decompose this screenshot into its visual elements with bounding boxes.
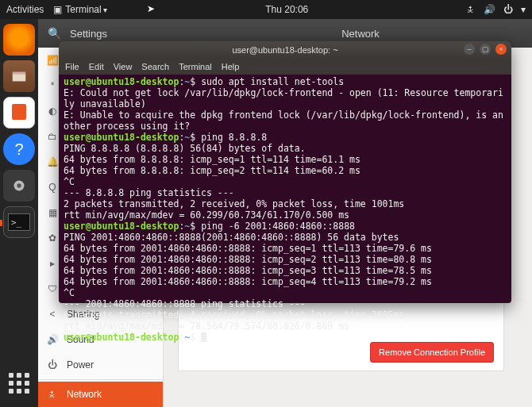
background-icon: ◐ <box>46 106 59 117</box>
sidebar-item-label: Power <box>67 359 94 371</box>
online-accounts-icon: ▸ <box>46 258 59 269</box>
network-icon: ⯢ <box>46 389 59 400</box>
terminal-menu-file[interactable]: File <box>65 62 79 71</box>
settings-panel-title: Network <box>189 28 532 40</box>
svg-point-3 <box>17 183 21 187</box>
svg-rect-0 <box>13 72 26 75</box>
dock-settings[interactable] <box>3 170 35 202</box>
region-language-icon: ▦ <box>46 207 59 218</box>
terminal-menu-terminal[interactable]: Terminal <box>179 62 212 71</box>
terminal-menu-search[interactable]: Search <box>141 62 169 71</box>
gnome-topbar: Activities ▣Terminal Thu 20:06 ⯢ 🔊 ⏻ ▾ <box>0 0 532 19</box>
svg-rect-1 <box>13 74 26 81</box>
settings-search-button[interactable]: 🔍 <box>38 27 70 40</box>
terminal-titlebar[interactable]: user@ubuntu18-desktop: ~ – ▢ × <box>59 41 511 59</box>
terminal-menu-view[interactable]: View <box>114 62 133 71</box>
terminal-menubar: FileEditViewSearchTerminalHelp <box>59 59 511 75</box>
window-maximize-button[interactable]: ▢ <box>480 44 491 55</box>
launcher-dock: ? >_ <box>0 19 38 407</box>
app-menu-terminal[interactable]: ▣Terminal <box>53 4 107 15</box>
settings-title: Settings <box>70 28 189 40</box>
clock[interactable]: Thu 20:06 <box>107 4 466 15</box>
search-icon: Q <box>46 182 59 193</box>
window-close-button[interactable]: × <box>495 44 507 55</box>
system-menu-chevron-icon[interactable]: ▾ <box>521 4 526 15</box>
power-icon: ⏻ <box>46 359 59 371</box>
sidebar-item-label: Network <box>67 389 102 400</box>
terminal-title-text: user@ubuntu18-desktop: ~ <box>232 45 337 55</box>
terminal-menu-edit[interactable]: Edit <box>89 62 104 71</box>
volume-icon[interactable]: 🔊 <box>484 4 495 15</box>
dock-firefox[interactable] <box>3 24 35 56</box>
terminal-window[interactable]: user@ubuntu18-desktop: ~ – ▢ × FileEditV… <box>59 41 511 303</box>
terminal-output[interactable]: user@ubuntu18-desktop:~$ sudo apt instal… <box>59 75 511 346</box>
window-minimize-button[interactable]: – <box>464 44 475 55</box>
universal-access-icon: ✿ <box>46 232 59 244</box>
terminal-menu-help[interactable]: Help <box>222 62 240 71</box>
sound-icon: 🔊 <box>46 334 59 345</box>
dock-help[interactable]: ? <box>3 133 35 165</box>
sidebar-item-network[interactable]: ⯢Network <box>38 382 163 407</box>
dock-icon: 🗀 <box>46 131 59 142</box>
sidebar-item-power[interactable]: ⏻Power <box>38 352 163 378</box>
dock-software[interactable] <box>3 97 35 129</box>
privacy-icon: 🛡 <box>46 283 59 294</box>
dock-terminal[interactable]: >_ <box>3 206 35 238</box>
sharing-icon: < <box>46 309 59 320</box>
notifications-icon: 🔔 <box>46 156 59 167</box>
activities-button[interactable]: Activities <box>6 4 44 15</box>
bluetooth-icon: * <box>46 80 59 91</box>
dock-files[interactable] <box>3 60 35 92</box>
wi-fi-icon: 📶 <box>46 55 59 66</box>
network-status-icon[interactable]: ⯢ <box>466 4 476 15</box>
power-icon[interactable]: ⏻ <box>503 4 513 15</box>
show-applications-button[interactable] <box>3 367 35 399</box>
